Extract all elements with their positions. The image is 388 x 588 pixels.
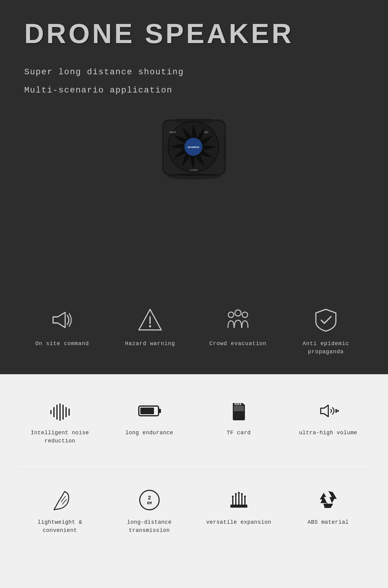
svg-point-55: [238, 492, 240, 494]
hazard-label: Hazard warning: [125, 340, 175, 348]
subtitle-1: Super long distance shouting: [24, 65, 364, 80]
svg-rect-52: [230, 505, 247, 508]
feature-tfcard: TF card: [197, 398, 280, 445]
feature-lightweight: lightweight &convenient: [18, 488, 102, 535]
svg-rect-39: [234, 406, 244, 411]
subtitle-2: Multi-scenario application: [24, 83, 364, 98]
shield-check-icon: [312, 306, 340, 334]
use-case-hazard: Hazard warning: [120, 306, 180, 348]
epidemic-label: Anti epidemicpropaganda: [303, 340, 349, 356]
bottom-section: Intelligent noisereduction long enduranc…: [0, 374, 388, 588]
svg-point-56: [241, 493, 243, 495]
use-cases-section: On site command Hazard warning: [0, 294, 388, 374]
features-grid-2: lightweight &convenient 2 KM long-distan…: [18, 488, 370, 535]
abs-label: ABS material: [308, 518, 349, 526]
svg-rect-33: [159, 409, 161, 413]
svg-point-43: [337, 410, 339, 412]
svg-point-21: [149, 325, 151, 328]
distance-icon: 2 KM: [137, 488, 162, 512]
svg-point-42: [335, 411, 337, 413]
crowd-icon: [224, 306, 252, 334]
feather-icon: [48, 488, 72, 512]
waveform-icon: [48, 398, 72, 423]
feature-abs: ABS material: [286, 488, 370, 535]
top-section: DRONE SPEAKER Super long distance shouti…: [0, 0, 388, 294]
svg-text:KM: KM: [147, 501, 152, 506]
svg-point-57: [244, 496, 246, 497]
svg-point-41: [335, 409, 337, 411]
svg-point-11: [169, 131, 171, 133]
svg-text:SKYDROID: SKYDROID: [188, 146, 199, 149]
svg-point-53: [232, 496, 234, 497]
expansion-icon: [227, 488, 251, 512]
crowd-label: Crowd evacuation: [209, 340, 267, 348]
svg-marker-40: [321, 405, 328, 417]
use-case-crowd: Crowd evacuation: [208, 306, 268, 348]
feature-distance: 2 KM long-distancetransmission: [108, 488, 191, 535]
warning-triangle-icon: [136, 306, 164, 334]
features-grid-1: Intelligent noisereduction long enduranc…: [18, 398, 370, 445]
svg-text:2: 2: [148, 495, 151, 501]
svg-text:BAT: BAT: [171, 131, 176, 134]
noise-label: Intelligent noisereduction: [31, 429, 89, 445]
battery-icon: [137, 398, 162, 423]
svg-point-54: [235, 493, 237, 495]
endurance-label: long endurance: [125, 429, 173, 437]
svg-rect-34: [140, 408, 154, 414]
on-site-label: On site command: [35, 340, 89, 348]
use-case-epidemic: Anti epidemicpropaganda: [296, 306, 356, 356]
svg-rect-3: [224, 135, 226, 147]
volume-icon: [316, 398, 340, 423]
svg-point-15: [167, 173, 221, 180]
use-case-on-site: On site command: [32, 306, 92, 348]
svg-point-22: [228, 312, 234, 318]
svg-rect-4: [224, 150, 226, 157]
divider: [18, 469, 370, 470]
volume-label: ultra-high volume: [299, 429, 357, 437]
feature-volume: ultra-high volume: [286, 398, 370, 445]
feature-versatile: versatile expansion: [197, 488, 280, 535]
sd-card-icon: [227, 398, 251, 423]
svg-text:120DB: 120DB: [189, 169, 198, 172]
lightweight-label: lightweight &convenient: [38, 518, 82, 535]
feature-battery: long endurance: [108, 398, 191, 445]
page-title: DRONE SPEAKER: [24, 18, 364, 49]
distance-label: long-distancetransmission: [127, 518, 172, 535]
feature-noise: Intelligent noisereduction: [18, 398, 102, 445]
svg-point-13: [204, 131, 206, 133]
svg-point-58: [326, 498, 331, 503]
svg-marker-16: [53, 312, 65, 328]
recycle-icon: [316, 488, 340, 512]
svg-point-24: [242, 312, 248, 318]
product-image: SKYDROID BAT SL 120DB: [158, 110, 230, 183]
tfcard-label: TF card: [227, 429, 251, 437]
product-image-area: SKYDROID BAT SL 120DB: [24, 110, 364, 183]
svg-point-23: [235, 310, 241, 316]
megaphone-icon: [48, 306, 76, 334]
versatile-label: versatile expansion: [206, 518, 271, 526]
